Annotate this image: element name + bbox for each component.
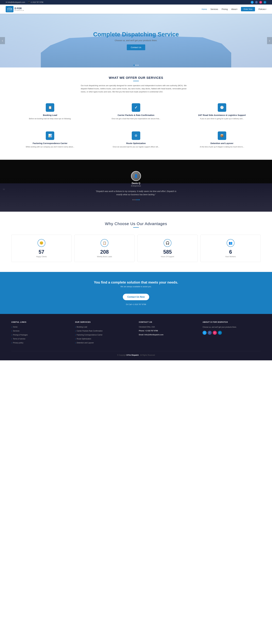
detention-desc: At the time of pick up if shipper is tak…	[186, 146, 258, 148]
footer-service-carrier[interactable]: Carrier Packets Rate Confirmation	[75, 330, 133, 332]
clients-label: Happy Clients	[14, 256, 69, 258]
testimonial-avatar: 👤	[131, 171, 141, 181]
support-number: 585	[140, 249, 195, 255]
hero-dots	[133, 65, 139, 66]
footer-service-detention[interactable]: Detention and Layover	[75, 342, 133, 344]
footer-bottom: © Copyright D For Dispatch . All Rights …	[11, 351, 261, 356]
route-title: Route Optimization	[100, 142, 172, 144]
advantages-divider	[133, 227, 139, 228]
advantage-support: 🎧 585 Hours Of Support	[137, 235, 198, 262]
copyright-text: © Copyright D For Dispatch . All Rights …	[117, 354, 155, 356]
footer-facebook-icon[interactable]: f	[208, 331, 212, 335]
hero-dot-3[interactable]	[137, 65, 139, 66]
testimonial-section: 👤 Denis Q Entrepreneur " "Dispatch was w…	[0, 160, 272, 212]
top-bar-social: t f in li	[251, 1, 266, 4]
booking-title: Booking Load	[14, 114, 86, 116]
twitter-icon[interactable]: t	[251, 1, 253, 4]
booking-icon: 📋	[46, 103, 54, 112]
svg-text:D FOR: D FOR	[7, 8, 12, 10]
contact-title: CONTACT US	[139, 321, 197, 323]
roadside-desc: If you or your driver is going for a pic…	[186, 118, 258, 120]
footer-link-privacy[interactable]: Privacy policy	[11, 342, 69, 344]
detention-title: Detention and Layover	[186, 142, 258, 144]
nav-policies[interactable]: Policies ▾	[258, 8, 266, 10]
factoring-desc: While working with our company you don't…	[14, 146, 86, 148]
svg-text:DISPATCH: DISPATCH	[7, 10, 13, 11]
policies-dropdown-icon: ▾	[266, 8, 266, 10]
phone-icon: 📱	[28, 1, 30, 3]
hero-section: ‹ Complete Dispatching Service Choose us…	[0, 14, 272, 68]
service-card-carrier: ✓ Carrier Packets & Rate Confirmation On…	[97, 100, 175, 123]
hero-title: Complete Dispatching Service	[93, 31, 179, 38]
rights-text: . All Rights Reserved	[139, 354, 155, 356]
loads-number: 208	[77, 249, 132, 255]
advantages-title: Why Choose Us Our Advantages	[11, 222, 261, 226]
footer-phone-number: +1 618 767 9798	[145, 330, 158, 332]
footer-services: OUR SERVICES Booking Load Carrier Packet…	[75, 321, 133, 346]
clients-icon: 😊	[38, 239, 45, 247]
testimonial-name: Denis Q	[6, 182, 266, 185]
footer-link-terms[interactable]: Terms of service	[11, 338, 69, 340]
nav-order-now[interactable]: Order Now	[241, 7, 255, 11]
support-label: Hours Of Support	[140, 256, 195, 258]
email-text: Info@dfordispatch.com	[8, 1, 25, 3]
nav-pricing[interactable]: Pricing	[222, 8, 228, 10]
linkedin-icon[interactable]: li	[263, 1, 266, 4]
footer-twitter-icon[interactable]: t	[203, 331, 206, 335]
cta-contact-button[interactable]: Contact Us Now	[123, 294, 149, 300]
footer-instagram-icon[interactable]: in	[213, 331, 217, 335]
facebook-icon[interactable]: f	[255, 1, 258, 4]
nav-services[interactable]: Services	[210, 8, 218, 10]
hero-next-arrow[interactable]: ›	[267, 37, 272, 44]
footer-email: Email: Info@dfordispatch.com	[139, 334, 197, 336]
advantages-grid: 😊 57 Happy Clients 📋 208 Weekly Book Loa…	[11, 235, 261, 262]
testimonial-role: Entrepreneur	[6, 185, 266, 187]
footer-link-services[interactable]: Services	[11, 330, 69, 332]
factoring-title: Factoring Correspondence Carrier	[14, 142, 86, 144]
cta-section: You find a complete solution that meets …	[0, 272, 272, 314]
nav-about[interactable]: About ▾	[231, 8, 237, 10]
services-links-title: OUR SERVICES	[75, 321, 133, 323]
t-dot-1[interactable]	[132, 199, 134, 200]
email-icon: ✉	[6, 1, 7, 3]
logo-text-block: D FOR DISPATCH	[15, 7, 24, 11]
footer-link-home[interactable]: Home	[11, 326, 69, 328]
quote-open-icon: "	[3, 188, 5, 194]
footer-service-route[interactable]: Route Optimization	[75, 338, 133, 340]
carrier-title: Carrier Packets & Rate Confirmation	[100, 114, 172, 116]
about-text: Choose us, and we'll get your products t…	[203, 326, 261, 328]
footer-link-pricing[interactable]: Pricing & Packages	[11, 334, 69, 336]
service-card-booking: 📋 Booking Load Before we booking load we…	[11, 100, 89, 123]
hero-dot-2[interactable]	[135, 65, 137, 66]
t-dot-3[interactable]	[136, 199, 138, 200]
hero-title-plain: Complete Dispatching	[93, 31, 158, 38]
workers-icon: 👥	[227, 239, 234, 247]
hero-dot-1[interactable]	[133, 65, 135, 66]
hero-prev-arrow[interactable]: ‹	[0, 37, 5, 44]
footer-service-factoring[interactable]: Factoring Correspondence Carrier	[75, 334, 133, 336]
route-desc: Once we secured load for you our logisti…	[100, 146, 172, 148]
email-label: Email:	[139, 334, 144, 336]
advantages-section: Why Choose Us Our Advantages 😊 57 Happy …	[0, 212, 272, 272]
t-dot-4[interactable]	[138, 199, 140, 200]
factoring-icon: 📊	[46, 132, 54, 140]
hero-subtitle: Choose us, and we'll get your products t…	[93, 39, 179, 42]
loads-icon: 📋	[101, 239, 108, 247]
logo[interactable]: D FOR DISPATCH D FOR DISPATCH	[6, 6, 24, 12]
phone-info: 📱 +1 618 767 9798	[28, 1, 43, 3]
t-dot-2[interactable]	[134, 199, 136, 200]
hero-title-colored: Service	[158, 31, 179, 38]
roadside-title: 24/7 Road Side Assistance & Logistics Su…	[186, 114, 258, 116]
nav-home[interactable]: Home	[202, 8, 207, 10]
service-card-roadside: 🕐 24/7 Road Side Assistance & Logistics …	[183, 100, 261, 123]
cta-title: You find a complete solution that meets …	[6, 280, 266, 284]
top-bar: ✉ Info@dfordispatch.com 📱 +1 618 767 979…	[0, 0, 272, 4]
footer-service-booking[interactable]: Booking Load	[75, 326, 133, 328]
footer-linkedin-icon[interactable]: li	[218, 331, 222, 335]
clients-number: 57	[14, 249, 69, 255]
service-card-route: ⚙ Route Optimization Once we secured loa…	[97, 128, 175, 151]
brand-name: D For Dispatch	[127, 354, 139, 356]
services-divider	[133, 81, 139, 81]
instagram-icon[interactable]: in	[259, 1, 262, 4]
hero-cta-button[interactable]: Contact Us	[127, 44, 145, 50]
